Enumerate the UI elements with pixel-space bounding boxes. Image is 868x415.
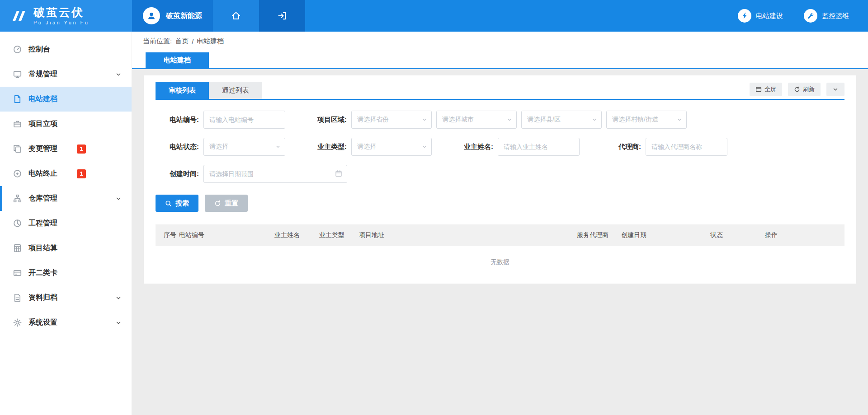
station-status-select[interactable]: 请选择 xyxy=(203,138,285,156)
refresh-button[interactable]: 刷新 xyxy=(788,83,821,96)
station-status-label: 电站状态: xyxy=(156,143,199,151)
sidebar-item-label: 项目立项 xyxy=(28,119,57,129)
filter-form: 电站编号: 项目区域: 请选择省份 请选择城市 请选择县/区 xyxy=(156,100,844,212)
logout-icon xyxy=(277,11,287,21)
page-tab-strip: 电站建档 xyxy=(132,51,868,69)
fullscreen-button[interactable]: 全屏 xyxy=(750,83,782,96)
sidebar-item-change-management[interactable]: 变更管理 1 xyxy=(0,136,132,161)
chevron-down-icon xyxy=(677,117,682,122)
reset-label: 重置 xyxy=(225,199,238,208)
wrench-icon xyxy=(804,9,817,23)
owner-name-input[interactable] xyxy=(498,138,580,156)
user-avatar-icon xyxy=(143,7,160,24)
dashboard-icon xyxy=(13,45,22,54)
app-title: 破茧云伏 xyxy=(33,6,89,19)
empty-state: 无数据 xyxy=(156,246,844,278)
sidebar-item-general-management[interactable]: 常规管理 xyxy=(0,62,132,87)
breadcrumb-separator: / xyxy=(192,37,193,45)
notification-badge: 1 xyxy=(77,169,86,178)
owner-type-select[interactable]: 请选择 xyxy=(351,138,432,156)
sidebar-item-console[interactable]: 控制台 xyxy=(0,37,132,62)
chevron-down-icon xyxy=(275,144,281,149)
calendar-icon xyxy=(335,170,342,177)
city-select[interactable]: 请选择城市 xyxy=(436,111,517,129)
county-select[interactable]: 请选择县/区 xyxy=(521,111,602,129)
agent-input[interactable] xyxy=(646,138,727,156)
sidebar-item-type2-card[interactable]: 开二类卡 xyxy=(0,261,132,285)
table-header-cell: 操作 xyxy=(765,231,844,239)
table-header-cell: 服务代理商 xyxy=(577,231,621,239)
logout-button[interactable] xyxy=(259,0,305,32)
archive-icon xyxy=(13,294,22,303)
page-tab-station-filing[interactable]: 电站建档 xyxy=(146,52,209,68)
gear-icon xyxy=(13,318,22,327)
breadcrumb: 当前位置: 首页 / 电站建档 xyxy=(132,32,868,51)
search-label: 搜索 xyxy=(175,199,189,208)
reset-button[interactable]: 重置 xyxy=(205,195,248,212)
nav-monitor-ops[interactable]: 监控运维 xyxy=(804,9,849,23)
nav-label: 电站建设 xyxy=(756,12,783,20)
sidebar-item-label: 常规管理 xyxy=(28,70,57,79)
search-button[interactable]: 搜索 xyxy=(156,195,198,212)
sidebar-item-label: 开二类卡 xyxy=(28,268,57,278)
card-icon xyxy=(13,269,22,278)
sidebar-item-label: 控制台 xyxy=(28,45,50,54)
collapse-button[interactable] xyxy=(826,83,844,96)
tab-review-list[interactable]: 审核列表 xyxy=(156,82,209,99)
monitor-icon xyxy=(13,70,22,79)
sidebar-item-station-filing[interactable]: 电站建档 xyxy=(0,87,132,112)
nav-station-construction[interactable]: 电站建设 xyxy=(738,9,783,23)
sidebar-item-warehouse-management[interactable]: 仓库管理 xyxy=(0,186,132,211)
sidebar: 控制台 常规管理 电站建档 项目立项 xyxy=(0,32,132,415)
file-icon xyxy=(13,95,22,104)
refresh-icon xyxy=(794,86,800,93)
village-select[interactable]: 请选择村镇/街道 xyxy=(606,111,687,129)
chevron-down-icon xyxy=(422,117,427,122)
home-button[interactable] xyxy=(213,0,259,32)
chevron-down-icon xyxy=(115,320,122,326)
home-icon xyxy=(231,11,241,21)
search-icon xyxy=(165,200,172,207)
company-name: 破茧新能源 xyxy=(166,11,202,21)
chevron-down-icon xyxy=(592,117,597,122)
user-menu[interactable]: 破茧新能源 xyxy=(132,0,213,32)
sidebar-item-label: 电站建档 xyxy=(28,94,57,104)
sidebar-item-label: 工程管理 xyxy=(28,219,57,228)
chevron-down-icon xyxy=(115,71,122,78)
date-range-input[interactable] xyxy=(203,165,347,183)
sidebar-item-label: 资料归档 xyxy=(28,293,57,303)
lightning-icon xyxy=(738,9,751,23)
table-header: 序号 电站编号 业主姓名 业主类型 项目地址 服务代理商 创建日期 状态 操作 xyxy=(156,224,844,246)
owner-type-label: 业主类型: xyxy=(303,143,347,151)
panel: 审核列表 通过列表 全屏 刷新 xyxy=(144,75,856,284)
sidebar-item-engineering-management[interactable]: 工程管理 xyxy=(0,211,132,236)
station-no-input[interactable] xyxy=(203,111,285,129)
table-header-cell: 项目地址 xyxy=(359,231,577,239)
province-select[interactable]: 请选择省份 xyxy=(351,111,432,129)
table-header-cell: 电站编号 xyxy=(179,231,274,239)
sidebar-item-system-settings[interactable]: 系统设置 xyxy=(0,310,132,335)
notification-badge: 1 xyxy=(77,145,86,154)
record-icon xyxy=(13,169,22,178)
chevron-down-icon xyxy=(115,196,122,202)
breadcrumb-current: 电站建档 xyxy=(197,37,224,46)
sidebar-item-project-initiation[interactable]: 项目立项 xyxy=(0,112,132,136)
breadcrumb-home-link[interactable]: 首页 xyxy=(175,37,189,46)
sidebar-item-station-termination[interactable]: 电站终止 1 xyxy=(0,161,132,186)
app-logo: 破茧云伏 Po Jian Yun Fu xyxy=(0,0,132,32)
top-header: 破茧云伏 Po Jian Yun Fu 破茧新能源 xyxy=(0,0,868,32)
owner-name-label: 业主姓名: xyxy=(450,143,493,151)
table-header-cell: 创建日期 xyxy=(621,231,710,239)
tab-passed-list[interactable]: 通过列表 xyxy=(209,82,262,99)
refresh-label: 刷新 xyxy=(803,85,815,93)
briefcase-icon xyxy=(13,120,22,129)
sidebar-item-label: 变更管理 xyxy=(28,144,57,154)
nav-label: 监控运维 xyxy=(822,12,849,20)
sidebar-item-label: 电站终止 xyxy=(28,169,57,178)
sidebar-item-project-settlement[interactable]: 项目结算 xyxy=(0,236,132,261)
table-header-cell: 序号 xyxy=(156,231,179,239)
sidebar-item-data-archive[interactable]: 资料归档 xyxy=(0,285,132,310)
chevron-down-icon xyxy=(507,117,512,122)
fullscreen-icon xyxy=(755,86,762,93)
chevron-down-icon xyxy=(832,86,839,93)
